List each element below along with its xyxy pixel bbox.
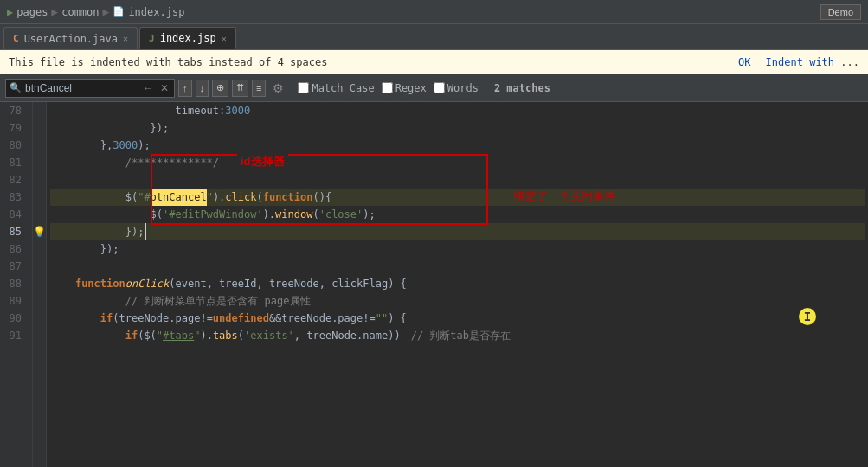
title-bar: ▶ pages ▶ common ▶ 📄 index.jsp Demo (0, 0, 868, 24)
gutter-79 (33, 119, 46, 137)
line-num-80: 80 (7, 137, 25, 154)
line-numbers: 78 79 80 81 82 83 84 85 86 87 88 89 90 9… (0, 102, 33, 467)
code-area: 78 79 80 81 82 83 84 85 86 87 88 89 90 9… (0, 102, 868, 467)
search-replace-up-button[interactable]: ⇈ (232, 80, 248, 97)
line-num-88: 88 (7, 275, 25, 292)
tab-bar: C UserAction.java ✕ J index.jsp ✕ (0, 24, 868, 50)
gutter-90 (33, 310, 46, 327)
search-down-button[interactable]: ↓ (196, 80, 209, 97)
regex-checkbox[interactable] (382, 82, 393, 93)
search-up-button[interactable]: ↑ (178, 80, 192, 97)
match-case-text: Match Case (312, 82, 374, 94)
tab-index[interactable]: J index.jsp ✕ (139, 27, 236, 49)
search-clear-icon[interactable]: ✕ (158, 82, 170, 94)
line-num-81: 81 (7, 154, 25, 171)
search-input[interactable] (25, 82, 138, 94)
code-line-81: /*************/ (50, 154, 865, 171)
line-num-89: 89 (7, 292, 25, 310)
code-line-88: function onClick(event, treeId, treeNode… (50, 275, 865, 292)
gutter-91 (33, 327, 46, 344)
code-content-wrapper: id选择器 绑定了一个关闭事件 I timeout:3000 }); (47, 102, 868, 467)
gutter-80 (33, 137, 46, 154)
search-settings-icon[interactable]: ⚙ (269, 81, 287, 95)
title-pages: pages (16, 6, 48, 18)
line-num-86: 86 (7, 240, 25, 258)
title-pages-icon: ▶ (7, 6, 13, 18)
line-num-79: 79 (7, 119, 25, 137)
code-line-84: $('#editPwdWindow').window('close'); (50, 206, 865, 223)
code-line-79: }); (50, 119, 865, 137)
notification-ellipsis: ... (840, 56, 859, 68)
line-num-87: 87 (7, 258, 25, 275)
gutter-86 (33, 240, 46, 258)
line-num-78: 78 (7, 102, 25, 119)
code-line-90: if (treeNode.page!=undefined && treeNode… (50, 310, 865, 327)
gutter-84 (33, 206, 46, 223)
demo-button[interactable]: Demo (820, 4, 861, 20)
line-num-82: 82 (7, 171, 25, 189)
java-icon: C (13, 33, 19, 44)
notification-message: This file is indented with tabs instead … (9, 56, 327, 68)
gutter-81 (33, 154, 46, 171)
match-case-label[interactable]: Match Case (298, 82, 374, 94)
tab-useraction-label: UserAction.java (24, 33, 118, 45)
gutter: 💡 (33, 102, 47, 467)
title-sep1: ▶ (51, 5, 58, 18)
notification-ok[interactable]: OK (738, 56, 750, 68)
line-num-84: 84 (7, 206, 25, 223)
regex-label[interactable]: Regex (382, 82, 427, 94)
search-input-wrap: 🔍 ← ✕ (5, 79, 175, 98)
code-line-83: $("#btnCancel").click(function(){ (50, 189, 865, 206)
match-count: 2 matches (494, 82, 550, 94)
code-line-80: }, 3000); (50, 137, 865, 154)
gutter-83 (33, 189, 46, 206)
line-num-91: 91 (7, 327, 25, 344)
notification-bar: This file is indented with tabs instead … (0, 50, 868, 74)
tab-index-label: index.jsp (160, 32, 216, 44)
line-num-85: 85 (7, 223, 25, 240)
title-file-icon: 📄 (113, 6, 125, 17)
search-replace-all-button[interactable]: ≡ (252, 80, 266, 97)
regex-text: Regex (395, 82, 427, 94)
search-prev-icon[interactable]: ← (141, 82, 155, 94)
bulb-icon[interactable]: 💡 (33, 226, 46, 238)
gutter-78 (33, 102, 46, 119)
notification-indent[interactable]: Indent with (766, 56, 834, 68)
tab-index-close[interactable]: ✕ (222, 34, 227, 43)
line-num-83: 83 (7, 189, 25, 206)
gutter-87 (33, 258, 46, 275)
search-bar: 🔍 ← ✕ ↑ ↓ ⊕ ⇈ ≡ ⚙ Match Case Regex Words… (0, 74, 868, 102)
code-line-85: }); (50, 223, 865, 240)
line-num-90: 90 (7, 310, 25, 327)
gutter-82 (33, 171, 46, 189)
tab-useraction[interactable]: C UserAction.java ✕ (3, 27, 138, 49)
tab-useraction-close[interactable]: ✕ (123, 34, 128, 43)
title-common: common (61, 6, 99, 18)
code-line-86: }); (50, 240, 865, 258)
words-checkbox[interactable] (434, 82, 445, 93)
code-lines[interactable]: timeout:3000 }); }, 3000); /************… (47, 102, 868, 467)
search-find-button[interactable]: ⊕ (212, 80, 228, 97)
jsp-icon: J (149, 33, 155, 44)
words-label[interactable]: Words (434, 82, 479, 94)
title-sep2: ▶ (103, 5, 110, 18)
search-options: Match Case Regex Words 2 matches (298, 82, 550, 94)
title-filename: index.jsp (128, 6, 184, 18)
gutter-89 (33, 292, 46, 310)
notification-actions: OK Indent with ... (730, 56, 859, 68)
code-line-87 (50, 258, 865, 275)
code-line-78: timeout:3000 (50, 102, 865, 119)
gutter-88 (33, 275, 46, 292)
code-line-91: if ($("#tabs").tabs('exists', treeNode.n… (50, 327, 865, 344)
match-case-checkbox[interactable] (298, 82, 309, 93)
code-line-89: // 判断树菜单节点是否含有 page属性 (50, 292, 865, 310)
code-line-82 (50, 171, 865, 189)
search-magnifier-icon: 🔍 (10, 82, 22, 93)
gutter-85: 💡 (33, 223, 46, 240)
words-text: Words (447, 82, 479, 94)
